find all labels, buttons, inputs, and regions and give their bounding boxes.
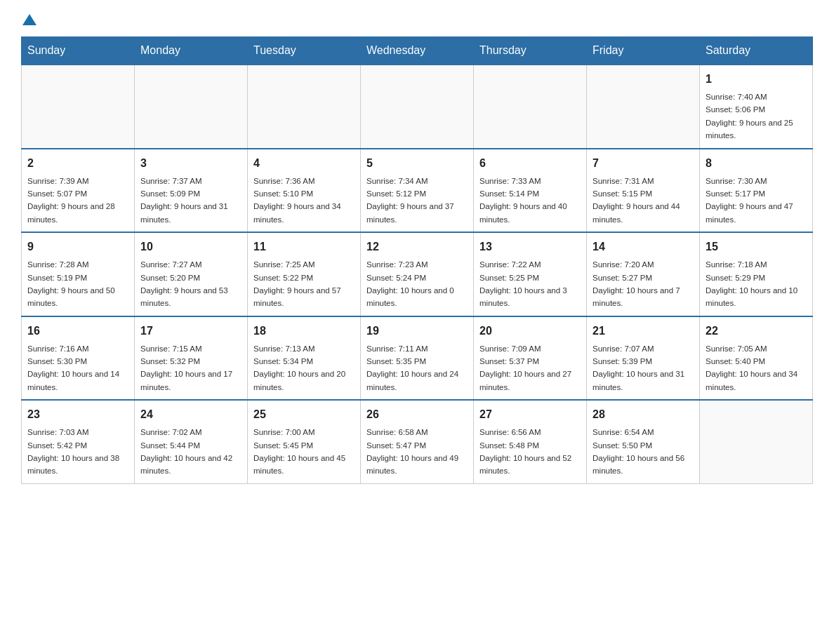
- day-number: 19: [366, 323, 468, 340]
- day-info: Sunrise: 7:02 AMSunset: 5:44 PMDaylight:…: [140, 426, 241, 478]
- day-info: Sunrise: 6:54 AMSunset: 5:50 PMDaylight:…: [593, 426, 694, 478]
- calendar-cell: 5Sunrise: 7:34 AMSunset: 5:12 PMDaylight…: [361, 149, 474, 233]
- calendar-header-row: SundayMondayTuesdayWednesdayThursdayFrid…: [22, 37, 813, 65]
- day-info: Sunrise: 7:18 AMSunset: 5:29 PMDaylight:…: [706, 258, 807, 310]
- day-info: Sunrise: 7:16 AMSunset: 5:30 PMDaylight:…: [27, 342, 128, 394]
- day-number: 1: [706, 71, 807, 88]
- logo: [21, 14, 38, 25]
- calendar-cell: 7Sunrise: 7:31 AMSunset: 5:15 PMDaylight…: [587, 149, 700, 233]
- day-number: 20: [479, 323, 581, 340]
- calendar-cell: 28Sunrise: 6:54 AMSunset: 5:50 PMDayligh…: [587, 400, 700, 483]
- day-number: 4: [253, 155, 355, 172]
- day-info: Sunrise: 7:34 AMSunset: 5:12 PMDaylight:…: [366, 175, 468, 227]
- week-row-5: 23Sunrise: 7:03 AMSunset: 5:42 PMDayligh…: [22, 400, 813, 483]
- day-number: 26: [366, 406, 468, 423]
- day-info: Sunrise: 7:31 AMSunset: 5:15 PMDaylight:…: [593, 175, 694, 227]
- week-row-1: 1Sunrise: 7:40 AMSunset: 5:06 PMDaylight…: [22, 65, 813, 149]
- calendar-cell: 21Sunrise: 7:07 AMSunset: 5:39 PMDayligh…: [587, 316, 700, 401]
- day-info: Sunrise: 7:23 AMSunset: 5:24 PMDaylight:…: [366, 258, 468, 310]
- day-info: Sunrise: 7:28 AMSunset: 5:19 PMDaylight:…: [27, 258, 128, 310]
- day-number: 23: [27, 406, 128, 423]
- calendar-cell: 25Sunrise: 7:00 AMSunset: 5:45 PMDayligh…: [248, 400, 361, 483]
- page-header: [21, 14, 813, 25]
- day-info: Sunrise: 7:27 AMSunset: 5:20 PMDaylight:…: [140, 258, 241, 310]
- day-info: Sunrise: 7:30 AMSunset: 5:17 PMDaylight:…: [706, 175, 807, 227]
- day-info: Sunrise: 7:33 AMSunset: 5:14 PMDaylight:…: [479, 175, 581, 227]
- day-header-sunday: Sunday: [22, 37, 135, 65]
- day-number: 28: [593, 406, 694, 423]
- day-number: 16: [27, 323, 128, 340]
- day-info: Sunrise: 7:36 AMSunset: 5:10 PMDaylight:…: [253, 175, 355, 227]
- day-number: 21: [593, 323, 694, 340]
- calendar-table: SundayMondayTuesdayWednesdayThursdayFrid…: [21, 36, 813, 484]
- calendar-cell: 3Sunrise: 7:37 AMSunset: 5:09 PMDaylight…: [135, 149, 248, 233]
- day-number: 5: [366, 155, 468, 172]
- day-number: 7: [593, 155, 694, 172]
- day-header-friday: Friday: [587, 37, 700, 65]
- calendar-cell: 1Sunrise: 7:40 AMSunset: 5:06 PMDaylight…: [700, 65, 813, 149]
- calendar-cell: 27Sunrise: 6:56 AMSunset: 5:48 PMDayligh…: [474, 400, 587, 483]
- day-header-tuesday: Tuesday: [248, 37, 361, 65]
- day-info: Sunrise: 7:37 AMSunset: 5:09 PMDaylight:…: [140, 175, 241, 227]
- calendar-cell: 9Sunrise: 7:28 AMSunset: 5:19 PMDaylight…: [22, 232, 135, 316]
- calendar-cell: 10Sunrise: 7:27 AMSunset: 5:20 PMDayligh…: [135, 232, 248, 316]
- calendar-cell: [361, 65, 474, 149]
- calendar-cell: 24Sunrise: 7:02 AMSunset: 5:44 PMDayligh…: [135, 400, 248, 483]
- calendar-cell: [700, 400, 813, 483]
- day-number: 12: [366, 239, 468, 255]
- day-info: Sunrise: 7:05 AMSunset: 5:40 PMDaylight:…: [706, 342, 807, 394]
- day-info: Sunrise: 7:15 AMSunset: 5:32 PMDaylight:…: [140, 342, 241, 394]
- calendar-cell: 6Sunrise: 7:33 AMSunset: 5:14 PMDaylight…: [474, 149, 587, 233]
- calendar-cell: [248, 65, 361, 149]
- day-number: 2: [27, 155, 128, 172]
- week-row-2: 2Sunrise: 7:39 AMSunset: 5:07 PMDaylight…: [22, 149, 813, 233]
- day-info: Sunrise: 7:25 AMSunset: 5:22 PMDaylight:…: [253, 258, 355, 310]
- day-info: Sunrise: 6:58 AMSunset: 5:47 PMDaylight:…: [366, 426, 468, 478]
- day-info: Sunrise: 7:13 AMSunset: 5:34 PMDaylight:…: [253, 342, 355, 394]
- day-number: 27: [479, 406, 581, 423]
- calendar-cell: 17Sunrise: 7:15 AMSunset: 5:32 PMDayligh…: [135, 316, 248, 401]
- calendar-cell: [474, 65, 587, 149]
- day-header-monday: Monday: [135, 37, 248, 65]
- day-number: 6: [479, 155, 581, 172]
- day-info: Sunrise: 7:39 AMSunset: 5:07 PMDaylight:…: [27, 175, 128, 227]
- day-number: 22: [706, 323, 807, 340]
- day-number: 8: [706, 155, 807, 172]
- day-number: 3: [140, 155, 241, 172]
- calendar-cell: 18Sunrise: 7:13 AMSunset: 5:34 PMDayligh…: [248, 316, 361, 401]
- calendar-cell: 11Sunrise: 7:25 AMSunset: 5:22 PMDayligh…: [248, 232, 361, 316]
- day-number: 15: [706, 239, 807, 255]
- day-number: 13: [479, 239, 581, 255]
- day-number: 11: [253, 239, 355, 255]
- day-info: Sunrise: 6:56 AMSunset: 5:48 PMDaylight:…: [479, 426, 581, 478]
- day-number: 10: [140, 239, 241, 255]
- calendar-cell: [22, 65, 135, 149]
- day-info: Sunrise: 7:03 AMSunset: 5:42 PMDaylight:…: [27, 426, 128, 478]
- week-row-3: 9Sunrise: 7:28 AMSunset: 5:19 PMDaylight…: [22, 232, 813, 316]
- calendar-cell: 15Sunrise: 7:18 AMSunset: 5:29 PMDayligh…: [700, 232, 813, 316]
- calendar-cell: 20Sunrise: 7:09 AMSunset: 5:37 PMDayligh…: [474, 316, 587, 401]
- day-info: Sunrise: 7:07 AMSunset: 5:39 PMDaylight:…: [593, 342, 694, 394]
- day-header-thursday: Thursday: [474, 37, 587, 65]
- calendar-cell: 4Sunrise: 7:36 AMSunset: 5:10 PMDaylight…: [248, 149, 361, 233]
- calendar-cell: 19Sunrise: 7:11 AMSunset: 5:35 PMDayligh…: [361, 316, 474, 401]
- calendar-cell: 12Sunrise: 7:23 AMSunset: 5:24 PMDayligh…: [361, 232, 474, 316]
- day-info: Sunrise: 7:00 AMSunset: 5:45 PMDaylight:…: [253, 426, 355, 478]
- calendar-cell: 8Sunrise: 7:30 AMSunset: 5:17 PMDaylight…: [700, 149, 813, 233]
- day-header-wednesday: Wednesday: [361, 37, 474, 65]
- calendar-cell: 16Sunrise: 7:16 AMSunset: 5:30 PMDayligh…: [22, 316, 135, 401]
- week-row-4: 16Sunrise: 7:16 AMSunset: 5:30 PMDayligh…: [22, 316, 813, 401]
- day-info: Sunrise: 7:09 AMSunset: 5:37 PMDaylight:…: [479, 342, 581, 394]
- day-info: Sunrise: 7:20 AMSunset: 5:27 PMDaylight:…: [593, 258, 694, 310]
- calendar-cell: 23Sunrise: 7:03 AMSunset: 5:42 PMDayligh…: [22, 400, 135, 483]
- calendar-cell: [135, 65, 248, 149]
- day-info: Sunrise: 7:22 AMSunset: 5:25 PMDaylight:…: [479, 258, 581, 310]
- day-number: 17: [140, 323, 241, 340]
- day-number: 18: [253, 323, 355, 340]
- calendar-cell: 22Sunrise: 7:05 AMSunset: 5:40 PMDayligh…: [700, 316, 813, 401]
- day-info: Sunrise: 7:40 AMSunset: 5:06 PMDaylight:…: [706, 90, 807, 142]
- logo-triangle-icon: [22, 14, 37, 25]
- calendar-cell: 2Sunrise: 7:39 AMSunset: 5:07 PMDaylight…: [22, 149, 135, 233]
- calendar-cell: 13Sunrise: 7:22 AMSunset: 5:25 PMDayligh…: [474, 232, 587, 316]
- day-number: 25: [253, 406, 355, 423]
